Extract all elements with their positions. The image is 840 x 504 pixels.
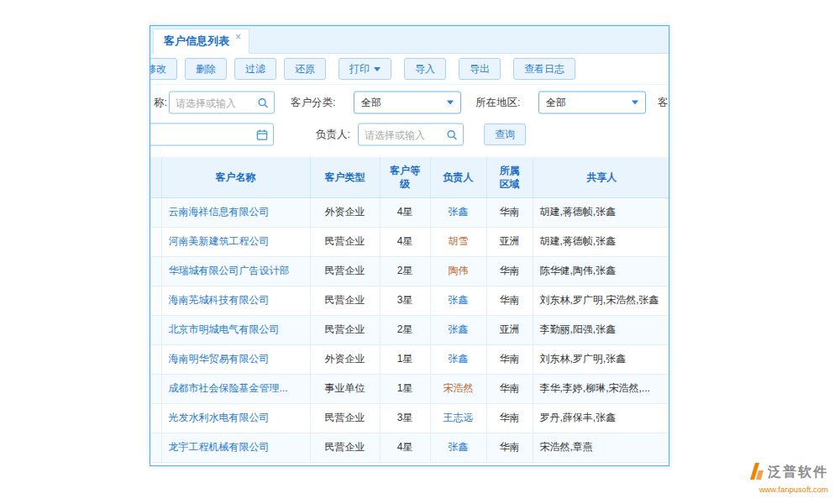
cell-stub [150,374,161,403]
cell-customer-type: 外资企业 [310,197,380,227]
cell-customer-grade: 3星 [380,403,430,433]
search-icon[interactable] [257,97,269,108]
name-filter-field [169,92,275,114]
cell-shared: 宋浩然,章燕 [533,433,669,462]
cell-customer-grade: 1星 [380,374,430,403]
owner-link[interactable]: 宋浩然 [444,382,474,394]
owner-filter-label: 负责人: [316,128,350,142]
chevron-down-icon [374,67,381,71]
table-header-row: 客户名称 客户类型 客户等级 负责人 所属区域 共享人 [150,157,669,197]
calendar-icon[interactable] [256,129,268,140]
import-button[interactable]: 导入 [404,58,446,80]
cell-customer-type: 民营企业 [310,403,380,433]
brand-watermark: 泛普软件 www.fanpusoft.com [748,461,828,494]
cell-region: 华南 [486,374,533,403]
query-button[interactable]: 查询 [484,123,526,145]
cell-region: 华南 [486,256,533,286]
customer-table: 客户名称 客户类型 客户等级 负责人 所属区域 共享人 云南海祥信息有限公司 外… [150,157,669,465]
owner-link[interactable]: 张鑫 [449,294,469,306]
cell-customer-grade: 4星 [380,197,430,227]
cell-customer-type: 民营企业 [310,315,380,344]
cell-region: 华南 [486,433,533,462]
edit-button[interactable]: 修改 [150,58,177,80]
tab-bar: 客户信息列表 × [150,26,669,54]
category-select-value: 全部 [361,96,447,110]
customer-name-link[interactable]: 华瑞城有限公司广告设计部 [169,265,290,276]
cell-customer-grade: 3星 [380,286,430,315]
region-select-value: 全部 [546,96,632,110]
cell-shared: 胡建,蒋德帧,张鑫 [533,197,669,227]
export-button[interactable]: 导出 [459,58,501,80]
filter-area: 称: 客户分类: 全部 所在地区: 全部 客 [150,85,669,150]
owner-link[interactable]: 张鑫 [449,206,469,218]
date-filter-field [150,123,274,146]
column-shared: 共享人 [533,157,669,197]
owner-link[interactable]: 张鑫 [449,353,469,365]
tab-title: 客户信息列表 [164,34,229,49]
category-select[interactable]: 全部 [354,92,461,114]
customer-list-panel: 客户信息列表 × 修改 删除 过滤 还原 打印 导入 导出 查看日志 称: 客户… [150,25,669,466]
restore-button[interactable]: 还原 [284,58,326,80]
cell-shared: 李华,李婷,柳琳,宋浩然,... [533,374,669,403]
customer-name-link[interactable]: 龙宇工程机械有限公司 [169,441,270,453]
cell-customer-type: 民营企业 [310,433,380,462]
owner-filter-input[interactable] [365,129,446,140]
cell-customer-type: 民营企业 [310,286,380,315]
cell-stub [150,197,161,227]
category-filter-label: 客户分类: [291,96,335,110]
region-select[interactable]: 全部 [538,92,646,114]
toolbar: 修改 删除 过滤 还原 打印 导入 导出 查看日志 [150,54,669,85]
cell-customer-type: 外资企业 [310,344,380,374]
close-icon[interactable]: × [235,31,241,43]
column-stub [150,157,161,197]
customer-name-link[interactable]: 云南海祥信息有限公司 [169,206,270,218]
table-row: 北京市明城电气有限公司 民营企业 2星 张鑫 亚洲 李勤丽,阳强,张鑫 [150,315,669,344]
table-row: 海南明华贸易有限公司 外资企业 1星 张鑫 华南 刘东林,罗广明,张鑫 [150,344,669,374]
owner-filter-field [358,123,464,146]
owner-link[interactable]: 张鑫 [449,441,469,453]
filter-button[interactable]: 过滤 [234,58,276,80]
customer-name-link[interactable]: 海南明华贸易有限公司 [169,353,270,365]
table-row: 华瑞城有限公司广告设计部 民营企业 2星 陶伟 华南 陈华健,陶伟,张鑫 [150,256,669,286]
region-filter-label: 所在地区: [475,96,520,110]
cell-shared: 刘东林,罗广明,宋浩然,张鑫 [533,286,669,315]
date-filter-input[interactable] [150,129,256,140]
cell-stub [150,433,161,462]
cell-region: 亚洲 [486,315,533,344]
tab-customer-list[interactable]: 客户信息列表 × [153,29,249,54]
view-log-button[interactable]: 查看日志 [513,58,575,80]
customer-name-link[interactable]: 光发水利水电有限公司 [169,412,270,423]
column-owner: 负责人 [430,157,486,197]
cell-shared: 李勤丽,阳强,张鑫 [533,315,669,344]
fanpu-logo-icon [748,461,764,484]
cell-customer-grade: 1星 [380,344,430,374]
name-filter-label: 称: [154,96,167,110]
customer-name-link[interactable]: 成都市社会保险基金管理... [169,382,288,394]
cell-customer-grade: 4星 [380,433,430,462]
column-customer-type: 客户类型 [310,157,380,197]
table-row: 云南海祥信息有限公司 外资企业 4星 张鑫 华南 胡建,蒋德帧,张鑫 [150,197,669,227]
customer-name-link[interactable]: 河南美新建筑工程公司 [169,235,270,247]
cell-stub [150,315,161,344]
cell-customer-type: 事业单位 [310,374,380,403]
search-icon[interactable] [446,129,458,140]
owner-link[interactable]: 陶伟 [449,265,469,276]
owner-link[interactable]: 张鑫 [449,323,469,335]
cell-stub [150,344,161,374]
brand-url: www.fanpusoft.com [748,485,828,494]
cell-region: 华南 [486,344,533,374]
customer-name-link[interactable]: 海南芜城科技有限公司 [169,294,270,306]
cell-customer-grade: 4星 [380,227,430,256]
owner-link[interactable]: 王志远 [444,412,474,423]
print-button[interactable]: 打印 [339,58,391,80]
table-row: 龙宇工程机械有限公司 民营企业 4星 张鑫 华南 宋浩然,章燕 [150,433,669,462]
cell-shared: 刘东林,罗广明,张鑫 [533,344,669,374]
cell-region: 华南 [486,286,533,315]
chevron-down-icon [447,101,454,105]
cell-shared: 胡建,蒋德帧,张鑫 [533,227,669,256]
customer-name-link[interactable]: 北京市明城电气有限公司 [169,323,280,335]
name-filter-input[interactable] [176,97,257,108]
delete-button[interactable]: 删除 [185,58,227,80]
owner-link[interactable]: 胡雪 [449,235,469,247]
filter-row-1: 称: 客户分类: 全部 所在地区: 全部 客 [150,87,669,118]
